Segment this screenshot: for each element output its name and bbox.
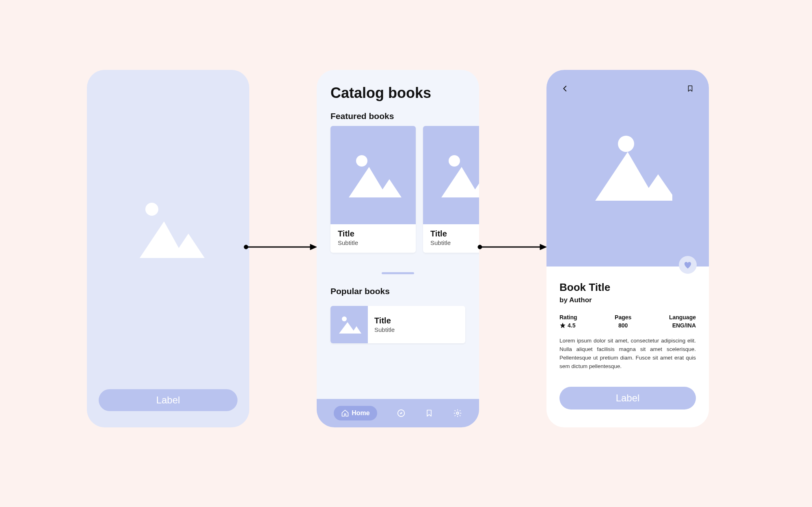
screen-splash: Label bbox=[87, 70, 249, 427]
bookmark-button[interactable] bbox=[684, 82, 697, 95]
book-title: Book Title bbox=[559, 281, 696, 294]
primary-button[interactable]: Label bbox=[559, 387, 696, 410]
svg-point-12 bbox=[342, 316, 347, 321]
svg-point-0 bbox=[145, 203, 158, 216]
book-cover-hero bbox=[546, 70, 709, 266]
tab-settings[interactable] bbox=[453, 409, 462, 418]
svg-marker-24 bbox=[560, 323, 565, 328]
book-thumbnail bbox=[330, 306, 368, 343]
section-heading-featured: Featured books bbox=[330, 111, 479, 121]
image-placeholder-icon bbox=[583, 128, 672, 209]
svg-marker-16 bbox=[400, 412, 402, 414]
pages-label: Pages bbox=[615, 314, 631, 321]
image-placeholder-icon bbox=[132, 197, 205, 262]
popular-card[interactable]: Title Subtitle bbox=[330, 306, 465, 343]
home-icon bbox=[341, 409, 349, 417]
scroll-indicator bbox=[382, 272, 414, 274]
back-button[interactable] bbox=[559, 82, 572, 95]
bookmark-icon bbox=[687, 84, 694, 93]
svg-marker-14 bbox=[352, 326, 361, 334]
compass-icon bbox=[397, 409, 406, 418]
book-description: Lorem ipsum dolor sit amet, consectetur … bbox=[559, 337, 696, 371]
featured-card-subtitle: Subtitle bbox=[338, 239, 408, 246]
tab-home[interactable]: Home bbox=[334, 406, 377, 420]
rating-value: 4.5 bbox=[568, 322, 575, 329]
language-value: ENG/INA bbox=[669, 322, 696, 329]
image-placeholder-icon bbox=[345, 149, 402, 202]
tab-bookmarks[interactable] bbox=[425, 409, 433, 417]
flow-arrow bbox=[477, 243, 546, 251]
screen-catalog: Catalog books Featured books Title Subti… bbox=[317, 70, 479, 427]
svg-point-21 bbox=[618, 136, 634, 152]
svg-marker-20 bbox=[540, 244, 546, 250]
pages-value: 800 bbox=[615, 322, 631, 329]
language-label: Language bbox=[669, 314, 696, 321]
book-author: by Author bbox=[559, 296, 696, 304]
page-title: Catalog books bbox=[330, 84, 479, 102]
book-stats: Rating 4.5 Pages 800 Language ENG/INA bbox=[559, 314, 696, 329]
tab-explore[interactable] bbox=[397, 409, 406, 418]
bookmark-icon bbox=[425, 409, 433, 417]
svg-marker-5 bbox=[310, 244, 317, 250]
popular-card-title: Title bbox=[374, 316, 395, 325]
rating-label: Rating bbox=[559, 314, 577, 321]
primary-button[interactable]: Label bbox=[99, 389, 238, 411]
featured-card[interactable]: Title Subtitle bbox=[423, 126, 479, 253]
tab-home-label: Home bbox=[352, 410, 369, 417]
featured-row[interactable]: Title Subtitle Title Subtitle bbox=[317, 126, 479, 253]
featured-card[interactable]: Title Subtitle bbox=[330, 126, 416, 253]
screen-book-detail: Book Title by Author Rating 4.5 Pages 80… bbox=[546, 70, 709, 427]
favorite-button[interactable] bbox=[679, 256, 697, 274]
star-icon bbox=[559, 322, 566, 329]
book-thumbnail bbox=[423, 126, 479, 224]
svg-point-9 bbox=[449, 155, 460, 167]
featured-card-subtitle: Subtitle bbox=[430, 239, 479, 246]
popular-card-subtitle: Subtitle bbox=[374, 326, 395, 333]
flow-arrow bbox=[244, 243, 317, 251]
featured-card-title: Title bbox=[430, 229, 479, 238]
svg-point-17 bbox=[456, 412, 459, 414]
heart-icon bbox=[683, 261, 692, 269]
hero-image-placeholder bbox=[87, 70, 249, 389]
bottom-tab-bar: Home bbox=[317, 399, 479, 427]
svg-point-6 bbox=[356, 155, 367, 167]
image-placeholder-icon bbox=[337, 313, 361, 336]
featured-card-title: Title bbox=[338, 229, 408, 238]
gear-icon bbox=[453, 409, 462, 418]
section-heading-popular: Popular books bbox=[330, 286, 479, 296]
image-placeholder-icon bbox=[437, 149, 479, 202]
book-thumbnail bbox=[330, 126, 416, 224]
chevron-left-icon bbox=[561, 85, 569, 92]
